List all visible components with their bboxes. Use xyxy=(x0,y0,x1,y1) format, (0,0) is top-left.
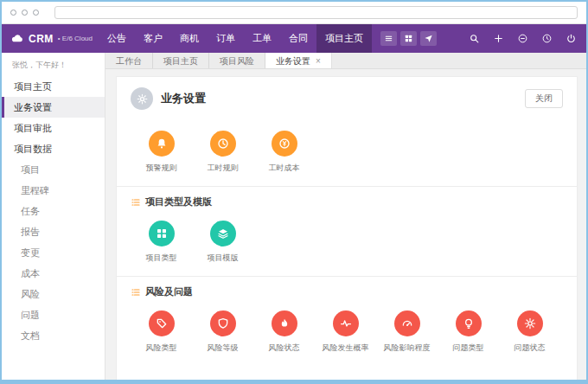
coin-icon xyxy=(272,131,297,157)
setting-item-risk-type[interactable]: 风险类型 xyxy=(131,304,192,354)
setting-item-issue-type[interactable]: 问题类型 xyxy=(438,304,499,354)
brand-name: CRM xyxy=(29,33,54,45)
item-label: 风险等级 xyxy=(208,342,239,354)
section-header-risks: 风险及问题 xyxy=(117,277,577,298)
flame-icon xyxy=(272,310,297,336)
nav-item-project-home[interactable]: 项目主页 xyxy=(316,24,372,53)
section-title: 风险及问题 xyxy=(145,285,193,298)
section-types: 项目类型 项目模版 xyxy=(117,208,577,276)
section-header-types: 项目类型及模版 xyxy=(117,187,577,208)
item-label: 风险类型 xyxy=(146,342,177,354)
brand: CRM • E/6 Cloud xyxy=(10,32,93,46)
bulb-icon xyxy=(456,310,482,336)
setting-item-risk-impact[interactable]: 风险影响程度 xyxy=(376,304,438,354)
item-label: 风险发生概率 xyxy=(323,342,369,354)
content-pane: 工作台 项目主页 项目风险 业务设置 × 业务设置 关闭 xyxy=(105,53,586,380)
search-icon[interactable] xyxy=(468,32,481,45)
layers-icon xyxy=(210,221,236,246)
list-bullet-icon xyxy=(131,287,141,298)
setting-item-risk-status[interactable]: 风险状态 xyxy=(253,304,315,354)
item-label: 预警规则 xyxy=(146,163,177,174)
item-label: 工时规则 xyxy=(208,163,239,174)
sidebar-item-milestone[interactable]: 里程碑 xyxy=(2,180,105,201)
window-control-3[interactable] xyxy=(33,10,39,16)
sidebar-item-issue[interactable]: 问题 xyxy=(2,304,105,325)
minus-circle-icon[interactable] xyxy=(516,32,529,45)
header-actions xyxy=(468,32,578,45)
item-label: 风险影响程度 xyxy=(384,342,431,354)
nav-item-contracts[interactable]: 合同 xyxy=(280,24,316,53)
sidebar-item-project[interactable]: 项目 xyxy=(2,159,105,180)
section-rules: 预警规则 工时规则 工时成本 xyxy=(117,118,577,186)
sidebar-item-report[interactable]: 报告 xyxy=(2,221,105,242)
page-title: 业务设置 xyxy=(161,91,206,106)
sidebar-item-task[interactable]: 任务 xyxy=(2,201,105,221)
section-risks: 风险类型 风险等级 风险状态 xyxy=(117,298,577,366)
item-label: 项目类型 xyxy=(146,253,177,264)
list-view-icon[interactable] xyxy=(380,31,397,46)
grid-icon xyxy=(149,221,175,246)
list-bullet-icon xyxy=(131,197,141,208)
url-bar[interactable] xyxy=(54,6,578,19)
cloud-logo-icon xyxy=(10,32,24,46)
top-nav: 公告 客户 商机 订单 工单 合同 项目主页 xyxy=(99,24,372,53)
setting-item-warning-rules[interactable]: 预警规则 xyxy=(131,124,192,174)
item-label: 项目模版 xyxy=(208,253,239,264)
nav-item-workorders[interactable]: 工单 xyxy=(244,24,280,53)
sidebar-item-project-data[interactable]: 项目数据 xyxy=(2,138,105,159)
page-header: 业务设置 关闭 xyxy=(117,77,577,118)
setting-item-risk-level[interactable]: 风险等级 xyxy=(192,304,253,354)
tab-business-settings[interactable]: 业务设置 × xyxy=(265,53,332,68)
app-header: CRM • E/6 Cloud 公告 客户 商机 订单 工单 合同 项目主页 xyxy=(2,24,586,53)
nav-item-customers[interactable]: 客户 xyxy=(135,24,171,53)
app-window: CRM • E/6 Cloud 公告 客户 商机 订单 工单 合同 项目主页 xyxy=(0,0,588,384)
history-icon[interactable] xyxy=(540,32,553,45)
nav-item-announcements[interactable]: 公告 xyxy=(99,24,135,53)
item-label: 风险状态 xyxy=(269,342,300,354)
settings-avatar-icon xyxy=(131,87,153,110)
add-icon[interactable] xyxy=(492,32,505,45)
setting-item-issue-status[interactable]: 问题状态 xyxy=(499,304,560,354)
sidebar-item-change[interactable]: 变更 xyxy=(2,242,105,263)
power-icon[interactable] xyxy=(565,32,578,45)
tab-project-risk[interactable]: 项目风险 xyxy=(209,53,265,68)
setting-item-project-type[interactable]: 项目类型 xyxy=(131,214,192,264)
sidebar-item-project-home[interactable]: 项目主页 xyxy=(2,76,105,97)
nav-item-orders[interactable]: 订单 xyxy=(208,24,244,53)
settings-card: 业务设置 关闭 预警规则 工时规则 xyxy=(116,76,578,380)
close-button[interactable]: 关闭 xyxy=(525,89,563,108)
view-switcher xyxy=(380,31,437,46)
tab-workbench[interactable]: 工作台 xyxy=(105,53,153,68)
item-label: 问题状态 xyxy=(514,342,546,354)
window-control-1[interactable] xyxy=(10,10,16,16)
app-grid-icon[interactable] xyxy=(400,31,417,46)
shield-icon xyxy=(210,310,236,336)
tab-label: 业务设置 xyxy=(276,53,310,69)
tab-close-icon[interactable]: × xyxy=(316,53,321,69)
clock-icon xyxy=(210,131,236,157)
nav-item-opportunities[interactable]: 商机 xyxy=(171,24,208,53)
gear-icon xyxy=(517,310,543,336)
gauge-icon xyxy=(394,310,420,336)
greeting-text: 张悦，下午好！ xyxy=(2,53,105,76)
setting-item-project-template[interactable]: 项目模版 xyxy=(192,214,253,264)
setting-item-worktime-cost[interactable]: 工时成本 xyxy=(253,124,315,174)
sidebar-item-business-settings[interactable]: 业务设置 xyxy=(2,97,105,118)
bell-icon xyxy=(149,131,175,157)
sidebar-item-risk[interactable]: 风险 xyxy=(2,284,105,304)
tab-project-home[interactable]: 项目主页 xyxy=(153,53,209,68)
setting-item-risk-probability[interactable]: 风险发生概率 xyxy=(315,304,376,354)
brand-suffix: • E/6 Cloud xyxy=(58,35,93,42)
setting-item-worktime-rules[interactable]: 工时规则 xyxy=(192,124,253,174)
send-icon[interactable] xyxy=(420,31,437,46)
pulse-icon xyxy=(333,310,359,336)
sidebar: 张悦，下午好！ 项目主页 业务设置 项目审批 项目数据 项目 里程碑 任务 报告… xyxy=(2,53,105,380)
tag-icon xyxy=(149,310,175,336)
sidebar-item-document[interactable]: 文档 xyxy=(2,325,105,346)
section-title: 项目类型及模版 xyxy=(145,195,212,208)
browser-bar xyxy=(2,2,586,24)
tab-bar: 工作台 项目主页 项目风险 业务设置 × xyxy=(105,53,586,69)
window-control-2[interactable] xyxy=(22,10,28,16)
sidebar-item-project-approval[interactable]: 项目审批 xyxy=(2,118,105,138)
sidebar-item-cost[interactable]: 成本 xyxy=(2,263,105,284)
